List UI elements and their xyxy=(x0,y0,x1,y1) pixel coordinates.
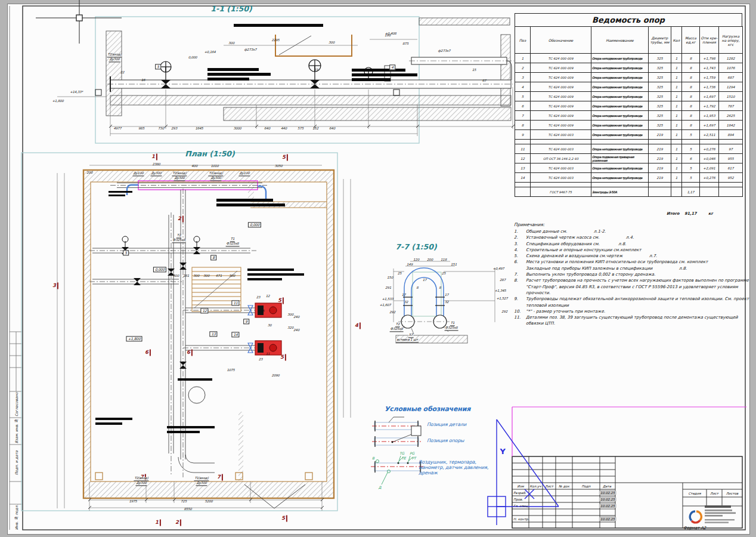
supports-cell: +1,697 xyxy=(700,121,719,130)
supports-cell: 1 xyxy=(671,130,682,140)
supports-cell: 8 xyxy=(682,92,700,101)
note-text: Места установки и положения КИП относите… xyxy=(526,259,750,265)
drawing-label: +1,527 xyxy=(496,297,507,301)
supports-cell: 1 xyxy=(671,163,682,173)
drawing-label: 25 xyxy=(442,272,446,276)
drawing-label: 120 xyxy=(413,258,419,262)
drawing-label: 0,000 xyxy=(188,56,197,60)
cad-viewport[interactable]: 1-1 (1:50)+14,33*+1,800Т2(вход)Ду300+0,1… xyxy=(0,0,756,537)
supports-cell: 2625 xyxy=(719,111,743,121)
supports-cell: +2,511 xyxy=(700,130,719,140)
drawing-label: 17 xyxy=(402,294,406,297)
legend-item-label: Позиция опоры xyxy=(427,439,464,443)
title-block-stage-header: Лист xyxy=(710,492,718,495)
supports-cell: +1,759 xyxy=(700,73,719,82)
title-block-role: Разраб. xyxy=(513,491,526,495)
supports-cell: +0,276 xyxy=(700,173,719,183)
supports-cell: 5 xyxy=(515,92,531,101)
drawing-label: 67 xyxy=(482,79,487,83)
legend-point-tag: Д xyxy=(379,486,382,489)
drawing-label: 292 xyxy=(389,311,395,314)
section-marker: 6 xyxy=(187,350,193,356)
note-item: 1.Общие данные см. л.1-2. xyxy=(514,229,750,234)
note-number: 10. xyxy=(514,308,526,314)
drawing-label: 1075 xyxy=(227,369,234,372)
drawing-label: 22 xyxy=(120,71,125,75)
supports-cell: ТС-624 000-003 xyxy=(531,173,591,183)
drawing-label: 300 xyxy=(193,274,199,278)
supports-cell: 9 xyxy=(515,130,531,140)
drawing-label: 3000 xyxy=(233,127,241,131)
drawing-label: 23 xyxy=(314,69,318,72)
supports-row xyxy=(515,140,743,144)
supports-cell: ТС-624 000-009 xyxy=(531,111,591,121)
supports-cell: 1282 xyxy=(719,54,743,63)
frame-side-label: Взам. инв. № xyxy=(10,418,23,445)
supports-cell: 8 xyxy=(682,101,700,111)
supports-cell xyxy=(682,183,700,187)
note-text: "*" - размер уточнить при монтаже. xyxy=(526,308,750,314)
note-number: 8. xyxy=(514,277,526,296)
notes-list: 1.Общие данные см. л.1-2.2.Установочный … xyxy=(514,229,750,327)
supports-cell: 1 xyxy=(671,154,682,163)
title-block-stage-header: Стадия xyxy=(688,492,701,495)
drawing-label: 8 xyxy=(416,286,418,290)
frame-side-label: Согласовано xyxy=(10,391,23,418)
drawing-label: 400 xyxy=(191,165,197,168)
supports-cell: ГОСТ 9467-75 xyxy=(531,187,591,197)
drawing-label: Ду300 xyxy=(109,58,120,62)
supports-total-unit: кг xyxy=(708,211,713,216)
section-marker: 2 xyxy=(175,520,181,526)
drawing-label: Ф325х8 xyxy=(390,328,404,332)
drawing-label: Ду300 xyxy=(210,177,221,181)
title-block-date: 10.02.25 xyxy=(599,517,616,521)
supports-cell: Опора неподвижная трубопровода xyxy=(591,63,649,73)
supports-col-header: Масса ед,кг xyxy=(682,27,700,54)
supports-cell: 219 xyxy=(649,173,671,183)
drawing-label: +1,345 xyxy=(494,289,506,293)
supports-cell xyxy=(649,140,671,144)
title-block-header: Кол.уч xyxy=(529,484,541,488)
supports-cell: 1 xyxy=(671,111,682,121)
supports-cell: 1294 xyxy=(719,82,743,92)
supports-col-header: Диаметр трубы, мм xyxy=(649,27,671,54)
supports-cell: 8 xyxy=(682,121,700,130)
drawing-label: 11 xyxy=(231,300,239,305)
drawing-label: 200 xyxy=(427,258,433,262)
supports-cell: 8 xyxy=(682,111,700,121)
supports-cell xyxy=(515,140,531,144)
note-item: Закладные под приборы КИП заложены в спе… xyxy=(514,266,750,271)
drawing-label: 8 xyxy=(439,286,441,290)
supports-cell: 6 xyxy=(515,101,531,111)
drawing-label: +0,497 xyxy=(492,267,504,271)
supports-cell: 219 xyxy=(649,144,671,154)
legend-instrument-tag: PG xyxy=(410,452,414,455)
supports-cell: +1,743 xyxy=(700,63,719,73)
drawing-label: 17 xyxy=(423,279,427,282)
supports-row: 4ТС-624 000-009Опора неподвижная трубопр… xyxy=(515,82,743,92)
note-item: 8.Расчет трубопроводов на прочность с уч… xyxy=(514,277,750,296)
supports-cell: +2,091 xyxy=(700,163,719,173)
drawing-label: 730 xyxy=(158,127,164,131)
supports-cell: 6 xyxy=(682,154,700,163)
drawing-label: 281 xyxy=(183,274,189,278)
drawing-label: 300 xyxy=(228,42,234,45)
drawing-label: 32 xyxy=(445,301,449,304)
notes-block: Примечания: 1.Общие данные см. л.1-2.2.У… xyxy=(514,222,750,327)
supports-cell: 7 xyxy=(515,111,531,121)
supports-row: 2ТС-624 000-009Опора неподвижная трубопр… xyxy=(515,63,743,73)
drawing-label: 25 xyxy=(398,272,402,276)
drawing-label: 440 xyxy=(281,127,287,131)
supports-row: 7ТС-624 000-009Опора неподвижная трубопр… xyxy=(515,111,743,121)
drawing-label: 15 xyxy=(472,69,476,72)
supports-cell: 5 xyxy=(682,130,700,140)
drawing-label: 23 xyxy=(256,296,261,300)
supports-cell: 12 xyxy=(515,154,531,163)
supports-cell: Опора неподвижная трубопровода xyxy=(591,73,649,82)
supports-cell: 1510 xyxy=(719,92,743,101)
drawing-label: 13 xyxy=(209,331,217,337)
supports-cell: 894 xyxy=(719,130,743,140)
supports-cell: ТС-624 000-009 xyxy=(531,63,591,73)
drawing-label: 292 xyxy=(501,310,507,314)
note-item: 3.Спецификация оборудования см. л.8. xyxy=(514,241,750,247)
